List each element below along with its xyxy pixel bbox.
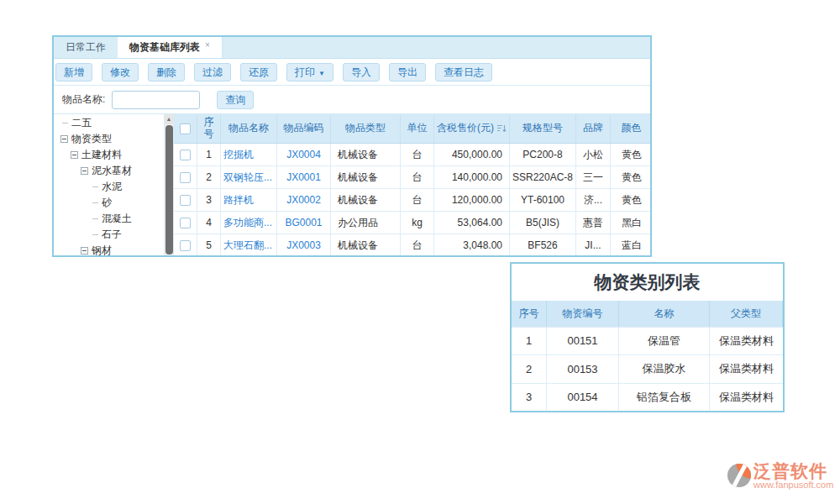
tab-daily-work[interactable]: 日常工作 (54, 37, 118, 58)
cell-parent: 保温类材料 (710, 384, 783, 412)
tree-scrollbar[interactable]: ▲ (165, 114, 174, 255)
row-checkbox[interactable] (180, 240, 191, 251)
item-code-link[interactable]: JX0003 (286, 239, 321, 251)
item-code-link[interactable]: JX0002 (286, 194, 321, 206)
logo-name: 泛普软件 (753, 462, 833, 480)
delete-button[interactable]: 删除 (148, 63, 185, 81)
tab-materials-library[interactable]: 物资基础库列表 × (118, 37, 223, 58)
tree-item-stone[interactable]: 石子 (54, 227, 164, 243)
category-header-row: 序号 物资编号 名称 父类型 (512, 301, 783, 327)
cell-unit: 台 (401, 234, 434, 255)
tree-item-cement[interactable]: 水泥 (54, 179, 164, 195)
item-code-link[interactable]: BG0001 (285, 217, 322, 228)
cell-type: 机械设备 (331, 166, 401, 188)
table-row[interactable]: 2 双钢轮压... JX0001 机械设备 台 140,000.00 SSR22… (174, 166, 650, 189)
item-code-link[interactable]: JX0001 (286, 171, 321, 183)
cell-type: 办公用品 (331, 212, 401, 234)
cell-code: 00154 (547, 384, 619, 412)
item-name-link[interactable]: 路拌机 (223, 193, 254, 207)
table-row[interactable]: 4 多功能商... BG0001 办公用品 kg 53,064.00 B5(JI… (174, 212, 650, 234)
col-name[interactable]: 名称 (619, 301, 710, 327)
print-button[interactable]: 打印▼ (286, 63, 333, 81)
category-row[interactable]: 2 00153 保温胶水 保温类材料 (512, 354, 783, 383)
col-material-code[interactable]: 物资编号 (547, 301, 619, 327)
cell-type: 机械设备 (331, 234, 401, 255)
col-seq[interactable]: 序号 (202, 117, 216, 140)
collapse-icon[interactable] (81, 167, 88, 175)
cell-color: 黄色 (611, 144, 650, 165)
col-unit[interactable]: 单位 (401, 114, 434, 143)
table-header-row: 序号 物品名称 物品编码 物品类型 单位 含税售价(元) 规格型号 品牌 颜色 (174, 114, 650, 144)
collapse-icon[interactable] (60, 135, 68, 143)
material-category-panel: 物资类别列表 序号 物资编号 名称 父类型 1 00151 保温管 保温类材料 … (510, 262, 785, 412)
tree-item-steel[interactable]: 钢材 (54, 243, 164, 255)
cell-spec: YT-60100 (510, 189, 576, 211)
item-name-link[interactable]: 大理石翻... (223, 239, 272, 253)
tree-item[interactable]: 二五 (54, 115, 164, 131)
export-button[interactable]: 导出 (389, 63, 426, 81)
panel-title: 物资类别列表 (512, 264, 783, 301)
cell-seq: 3 (197, 189, 221, 211)
col-brand[interactable]: 品牌 (576, 114, 611, 143)
table-row[interactable]: 3 路拌机 JX0002 机械设备 台 120,000.00 YT-60100 … (174, 189, 650, 212)
cell-name: 保温胶水 (619, 355, 710, 383)
cell-unit: kg (401, 212, 434, 234)
item-code-link[interactable]: JX0004 (286, 149, 321, 160)
table-row[interactable]: 5 大理石翻... JX0003 机械设备 台 3,048.00 BF526 J… (174, 234, 650, 255)
edit-button[interactable]: 修改 (102, 63, 139, 81)
row-checkbox[interactable] (180, 172, 191, 183)
cell-seq: 3 (512, 384, 547, 412)
tab-label: 物资基础库列表 (129, 40, 200, 55)
close-icon[interactable]: × (205, 40, 210, 50)
scrollbar-thumb[interactable] (165, 125, 173, 255)
cell-parent: 保温类材料 (710, 328, 783, 355)
cell-seq: 1 (197, 144, 221, 165)
cell-price: 53,064.00 (434, 212, 510, 234)
item-name-link[interactable]: 多功能商... (223, 216, 272, 230)
tree-item-mortar-base[interactable]: 泥水基材 (54, 163, 164, 179)
item-name-link[interactable]: 双钢轮压... (223, 171, 272, 185)
collapse-icon[interactable] (71, 151, 78, 159)
tree-item-concrete[interactable]: 混凝土 (54, 211, 164, 227)
col-color[interactable]: 颜色 (611, 114, 650, 143)
col-parent-type[interactable]: 父类型 (710, 301, 783, 327)
add-button[interactable]: 新增 (55, 63, 92, 81)
cell-brand: 惠普 (576, 212, 611, 234)
select-all-checkbox[interactable] (180, 123, 191, 134)
cell-seq: 1 (512, 328, 547, 355)
cell-unit: 台 (401, 166, 434, 188)
chevron-down-icon: ▼ (318, 70, 325, 77)
col-price[interactable]: 含税售价(元) (434, 114, 510, 143)
item-name-link[interactable]: 挖掘机 (223, 148, 254, 162)
tree-item-civil-materials[interactable]: 土建材料 (54, 147, 164, 163)
print-label: 打印 (295, 66, 315, 78)
query-button[interactable]: 查询 (217, 91, 254, 109)
category-row[interactable]: 3 00154 铝箔复合板 保温类材料 (512, 383, 783, 412)
table-row[interactable]: 1 挖掘机 JX0004 机械设备 台 450,000.00 PC200-8 小… (174, 144, 650, 166)
collapse-icon[interactable] (81, 247, 88, 255)
tree-item-sand[interactable]: 砂 (54, 195, 164, 211)
col-item-name[interactable]: 物品名称 (221, 114, 277, 143)
sort-icon[interactable] (496, 124, 507, 133)
cell-type: 机械设备 (331, 144, 401, 165)
scroll-up-icon[interactable]: ▲ (165, 114, 174, 124)
col-item-code[interactable]: 物品编码 (277, 114, 331, 143)
view-log-button[interactable]: 查看日志 (435, 63, 492, 81)
row-checkbox[interactable] (180, 150, 191, 160)
col-item-type[interactable]: 物品类型 (331, 114, 401, 143)
import-button[interactable]: 导入 (343, 63, 380, 81)
cell-spec: B5(JIS) (510, 212, 576, 234)
tree-item-material-type[interactable]: 物资类型 (54, 131, 164, 147)
cell-seq: 2 (512, 355, 547, 383)
col-spec[interactable]: 规格型号 (510, 114, 576, 143)
filter-button[interactable]: 过滤 (194, 63, 231, 81)
row-checkbox[interactable] (180, 218, 191, 228)
tree-line (92, 234, 98, 235)
tree-item-label: 钢材 (92, 244, 112, 255)
restore-button[interactable]: 还原 (240, 63, 277, 81)
item-name-input[interactable] (112, 91, 200, 109)
row-checkbox[interactable] (180, 195, 191, 206)
tab-bar: 日常工作 物资基础库列表 × (54, 37, 650, 59)
col-seq[interactable]: 序号 (512, 301, 547, 327)
category-row[interactable]: 1 00151 保温管 保温类材料 (512, 327, 783, 355)
